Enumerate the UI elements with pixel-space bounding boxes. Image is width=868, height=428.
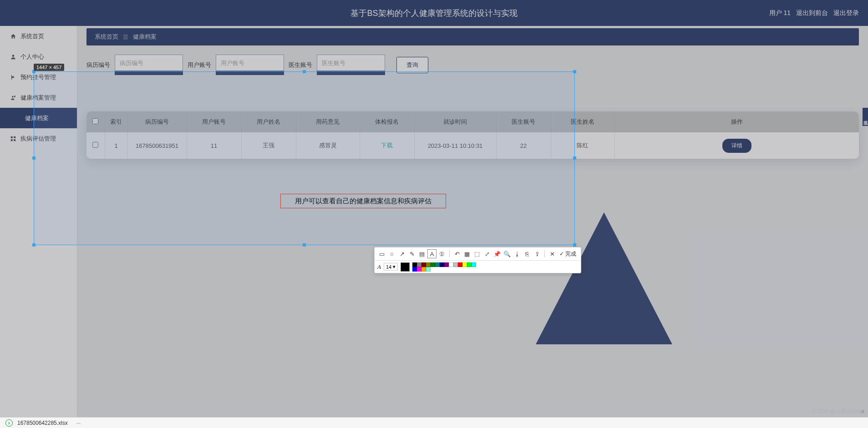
th-doctor-name: 医生姓名 bbox=[551, 111, 614, 132]
color-swatch[interactable] bbox=[453, 262, 458, 267]
sidebar-item-label: 健康档案管理 bbox=[20, 94, 56, 102]
mosaic-tool-icon[interactable]: ▦ bbox=[462, 249, 472, 258]
cell-doctor-account: 22 bbox=[496, 132, 551, 159]
download-icon[interactable]: ⭳ bbox=[513, 249, 522, 258]
marker-tool-icon[interactable]: ▤ bbox=[417, 249, 426, 258]
done-button[interactable]: ✓ 完成 bbox=[558, 250, 578, 258]
cell-user-name: 王强 bbox=[241, 132, 296, 159]
person-icon bbox=[10, 54, 16, 60]
crop-tool-icon[interactable]: ⬚ bbox=[472, 249, 482, 258]
cell-user-account: 11 bbox=[187, 132, 241, 159]
color-swatch[interactable] bbox=[462, 262, 467, 267]
text-tool-icon[interactable]: A bbox=[427, 249, 437, 258]
cell-operation: 详情 bbox=[614, 132, 859, 159]
table-header-row: 索引 病历编号 用户账号 用户姓名 用药意见 体检报名 就诊时间 医生账号 医生… bbox=[86, 111, 859, 132]
color-swatch[interactable] bbox=[435, 262, 440, 267]
copy-icon[interactable]: ⎘ bbox=[523, 249, 532, 258]
cell-visit-time: 2023-03-11 10:10:31 bbox=[414, 132, 496, 159]
sidebar-item-label: 健康档案 bbox=[25, 114, 49, 122]
download-bar: x 1678500642285.xlsx ︿ bbox=[0, 417, 868, 428]
cell-exam-signup: 下载 bbox=[360, 132, 414, 159]
pin-icon[interactable]: 📌 bbox=[492, 249, 502, 258]
chevron-up-icon[interactable]: ︿ bbox=[76, 419, 81, 427]
share-icon[interactable]: ⇪ bbox=[533, 249, 542, 258]
user-account-input[interactable] bbox=[216, 55, 284, 71]
detail-button[interactable]: 详情 bbox=[722, 139, 751, 153]
search-icon[interactable]: 🔍 bbox=[503, 249, 512, 258]
color-swatch[interactable] bbox=[412, 262, 417, 267]
color-swatch[interactable] bbox=[417, 267, 421, 272]
dimension-badge: 1447 × 457 bbox=[34, 64, 64, 71]
color-swatch[interactable] bbox=[458, 262, 462, 267]
breadcrumb-separator: ☰ bbox=[123, 34, 128, 40]
font-size-selector[interactable]: 14 ▾ bbox=[384, 263, 398, 271]
annotation-text: 用户可以查看自己的健康档案信息和疾病评估 bbox=[295, 197, 431, 206]
table-row: 1 1678500631951 11 王强 感冒灵 下载 2023-03-11 … bbox=[86, 132, 859, 159]
query-button[interactable]: 查询 bbox=[396, 57, 428, 73]
close-icon[interactable]: ✕ bbox=[548, 249, 557, 258]
doctor-account-input[interactable] bbox=[317, 55, 385, 71]
search-row: 病历编号 用户账号 医生账号 查询 bbox=[77, 45, 868, 75]
download-link[interactable]: 下载 bbox=[381, 142, 393, 149]
triangle-decoration bbox=[536, 212, 672, 344]
th-record-id: 病历编号 bbox=[127, 111, 187, 132]
arrow-tool-icon[interactable]: ↗ bbox=[397, 249, 406, 258]
header-checkbox-cell bbox=[86, 111, 105, 132]
expand-tool-icon[interactable]: ⤢ bbox=[482, 249, 492, 258]
th-med-opinion: 用药意见 bbox=[296, 111, 360, 132]
svg-rect-3 bbox=[11, 136, 13, 138]
color-swatch[interactable] bbox=[421, 262, 426, 267]
breadcrumb-root[interactable]: 系统首页 bbox=[95, 33, 118, 41]
color-palette bbox=[412, 262, 476, 272]
color-swatch[interactable] bbox=[440, 262, 444, 267]
row-checkbox[interactable] bbox=[92, 142, 98, 148]
color-swatch[interactable] bbox=[412, 267, 417, 272]
number-tool-icon[interactable]: ① bbox=[437, 249, 447, 258]
font-size-value: 14 bbox=[386, 264, 391, 270]
downloaded-filename[interactable]: 1678500642285.xlsx bbox=[17, 420, 68, 426]
record-id-input[interactable] bbox=[115, 55, 183, 71]
right-edge-tab[interactable]: 系统 bbox=[863, 108, 868, 126]
flag-icon bbox=[10, 74, 16, 81]
th-user-account: 用户账号 bbox=[187, 111, 241, 132]
rect-tool-icon[interactable]: ▭ bbox=[377, 249, 386, 258]
user-label[interactable]: 用户 11 bbox=[769, 9, 791, 17]
color-swatch[interactable] bbox=[467, 262, 472, 267]
svg-rect-6 bbox=[14, 139, 15, 141]
breadcrumb-current: 健康档案 bbox=[133, 33, 157, 41]
home-icon bbox=[10, 33, 16, 40]
excel-file-icon: x bbox=[5, 419, 13, 427]
cell-record-id: 1678500631951 bbox=[127, 132, 187, 159]
color-swatch[interactable] bbox=[444, 262, 449, 267]
sidebar-item-health-records-mgmt[interactable]: 健康档案管理 bbox=[0, 87, 77, 108]
th-operation: 操作 bbox=[614, 111, 859, 132]
color-swatch[interactable] bbox=[426, 262, 431, 267]
annotation-text-box[interactable]: 用户可以查看自己的健康档案信息和疾病评估 bbox=[280, 194, 446, 208]
pencil-tool-icon[interactable]: ✎ bbox=[407, 249, 416, 258]
color-swatch[interactable] bbox=[426, 267, 431, 272]
svg-rect-2 bbox=[14, 96, 15, 97]
logout-link[interactable]: 退出登录 bbox=[833, 9, 859, 17]
sidebar-item-health-records[interactable]: 健康档案 bbox=[0, 108, 77, 128]
app-title: 基于BS架构的个人健康管理系统的设计与实现 bbox=[350, 8, 517, 19]
color-swatch[interactable] bbox=[421, 267, 426, 272]
th-user-name: 用户姓名 bbox=[241, 111, 296, 132]
select-all-checkbox[interactable] bbox=[92, 118, 98, 124]
ellipse-tool-icon[interactable]: ○ bbox=[387, 249, 396, 258]
to-front-link[interactable]: 退出到前台 bbox=[796, 9, 828, 17]
grid-icon bbox=[10, 136, 16, 142]
table-card: 索引 病历编号 用户账号 用户姓名 用药意见 体检报名 就诊时间 医生账号 医生… bbox=[86, 111, 859, 159]
sidebar-item-home[interactable]: 系统首页 bbox=[0, 26, 77, 46]
sidebar-item-label: 预约挂号管理 bbox=[20, 73, 56, 81]
current-color-swatch[interactable] bbox=[401, 262, 410, 272]
color-swatch[interactable] bbox=[472, 262, 476, 267]
field-label: 用户账号 bbox=[188, 61, 211, 69]
undo-icon[interactable]: ↶ bbox=[452, 249, 462, 258]
color-swatch[interactable] bbox=[449, 262, 453, 267]
th-visit-time: 就诊时间 bbox=[414, 111, 496, 132]
color-swatch[interactable] bbox=[417, 262, 421, 267]
snip-toolbar: ▭ ○ ↗ ✎ ▤ A ① ↶ ▦ ⬚ ⤢ 📌 🔍 ⭳ ⎘ ⇪ ✕ ✓ 完成 A… bbox=[374, 247, 581, 273]
sidebar-item-disease-eval[interactable]: 疾病评估管理 bbox=[0, 128, 77, 149]
color-swatch[interactable] bbox=[431, 262, 435, 267]
watermark-text: CSDN @小蔡coding bbox=[813, 408, 863, 415]
